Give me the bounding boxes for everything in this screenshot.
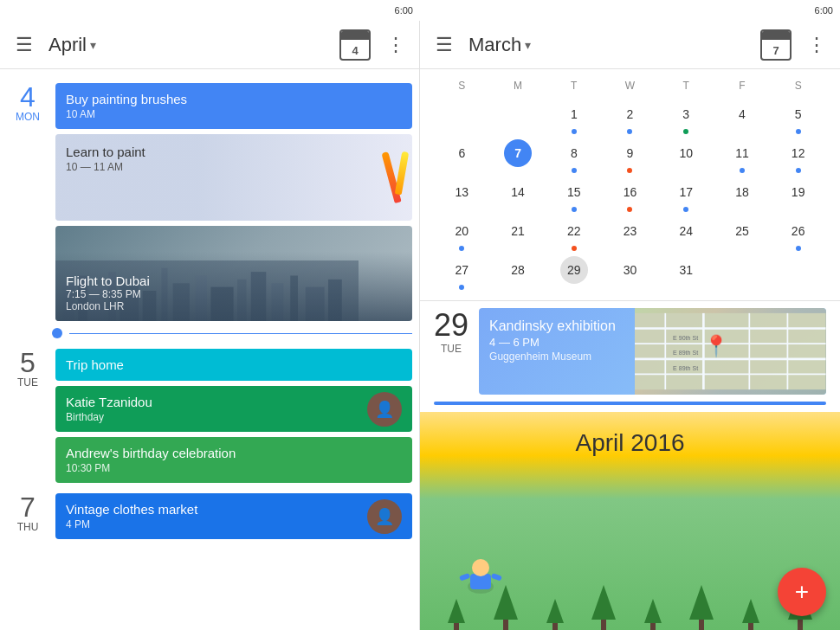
tree-top-5 — [644, 599, 662, 623]
cal-cell-6[interactable]: 6 — [434, 138, 490, 175]
tree-trunk-4 — [601, 620, 606, 630]
tree-trunk-5 — [650, 623, 656, 630]
cal-cell-11[interactable]: 11 — [714, 138, 771, 175]
fab-button-right[interactable]: + — [778, 568, 826, 616]
left-title-area[interactable]: April ▾ — [48, 34, 333, 56]
april-illustration: April 2016 — [420, 412, 840, 630]
event-title: Learn to paint — [66, 145, 145, 159]
event-location: Guggenheim Museum — [489, 350, 616, 363]
avatar-katie: 👤 — [367, 392, 402, 427]
cal-cell-12[interactable]: 12 — [770, 138, 826, 175]
cal-cell-24[interactable]: 24 — [658, 215, 714, 253]
cal-header-S2: S — [770, 76, 826, 95]
status-time-left: 6:00 — [395, 5, 413, 16]
event-title: Buy painting brushes — [66, 92, 402, 106]
cal-cell-31[interactable]: 31 — [658, 254, 714, 292]
cal-cell-4[interactable]: 4 — [714, 99, 771, 136]
cal-header-W: W — [602, 76, 658, 95]
cal-cell-18[interactable]: 18 — [714, 177, 771, 214]
event-buy-painting-brushes[interactable]: Buy painting brushes 10 AM — [55, 83, 412, 129]
month-arrow-right: ▾ — [525, 38, 531, 52]
cal-cell-23[interactable]: 23 — [602, 215, 658, 253]
cal-cell-19[interactable]: 19 — [770, 177, 826, 214]
cal-cell-3[interactable]: 3 — [658, 99, 714, 136]
cal-cell-26[interactable]: 26 — [770, 215, 826, 253]
right-title-area[interactable]: March ▾ — [468, 34, 753, 56]
cal-cell-28[interactable]: 28 — [490, 254, 546, 292]
cal-cell-9[interactable]: 9 — [602, 138, 658, 175]
cal-cell-8[interactable]: 8 — [546, 138, 602, 175]
tree-trunk-6 — [699, 620, 704, 630]
cal-cell-22[interactable]: 22 — [546, 215, 602, 253]
month-title-right: March — [468, 34, 521, 56]
cal-cell-10[interactable]: 10 — [658, 138, 714, 175]
day-num-5: 5 — [7, 349, 48, 376]
event-kandinsky[interactable]: E 90th St E 89th St E 89th St Kandinsky … — [479, 308, 826, 395]
calendar-today-button-right[interactable]: 7 — [760, 29, 792, 61]
april-title: April 2016 — [575, 429, 684, 457]
cal-cell-30[interactable]: 30 — [602, 254, 658, 292]
cal-cell-1[interactable]: 1 — [546, 99, 602, 136]
day-label-7: 7 Thu — [7, 493, 48, 539]
month-arrow-left: ▾ — [90, 38, 96, 52]
cal-cell-13[interactable]: 13 — [434, 177, 490, 214]
cal-cell-2[interactable]: 2 — [602, 99, 658, 136]
cal-cell-16[interactable]: 16 — [602, 177, 658, 214]
event-sub: London LHR — [66, 300, 150, 312]
event-trip-home[interactable]: Trip home — [55, 349, 412, 381]
day-num-7: 7 — [7, 493, 48, 521]
event-andrew-birthday[interactable]: Andrew's birthday celebration 10:30 PM — [55, 437, 412, 483]
events-scroll-left[interactable]: 4 Mon Buy painting brushes 10 AM Learn t… — [0, 69, 419, 630]
svg-text:E 89th St: E 89th St — [674, 365, 699, 371]
dot-2 — [627, 129, 632, 134]
cal-cell-empty2 — [490, 99, 546, 136]
dot-22 — [572, 246, 577, 251]
dot-20 — [459, 246, 464, 251]
event-title: Katie Tzanidou — [66, 395, 402, 409]
cal-cell-15[interactable]: 15 — [546, 177, 602, 214]
cal-cell-21[interactable]: 21 — [490, 215, 546, 253]
event-title: Flight to Dubai — [66, 273, 150, 288]
event-detail-content: Kandinsky exhibition 4 — 6 PM Guggenheim… — [489, 318, 616, 363]
more-button-right[interactable]: ⋮ — [798, 28, 833, 62]
menu-button-right[interactable]: ☰ — [427, 28, 462, 62]
menu-button-left[interactable]: ☰ — [7, 28, 42, 62]
event-vintage-market[interactable]: Vintage clothes market 4 PM 👤 — [55, 493, 412, 539]
cal-cell-17[interactable]: 17 — [658, 177, 714, 214]
more-button-left[interactable]: ⋮ — [378, 28, 412, 62]
event-title: Andrew's birthday celebration — [66, 446, 402, 460]
more-icon-left: ⋮ — [386, 34, 404, 56]
day-events-5: Trip home Katie Tzanidou Birthday 👤 Andr… — [55, 349, 412, 483]
svg-point-31 — [472, 559, 489, 576]
cal-row-4: 20 21 22 23 24 25 26 — [434, 215, 826, 253]
cal-cell-20[interactable]: 20 — [434, 215, 490, 253]
cal-row-2: 6 7 8 9 10 11 12 — [434, 138, 826, 175]
cal-cell-7[interactable]: 7 — [490, 138, 546, 175]
cal-row-1: 1 2 3 4 5 — [434, 99, 826, 136]
paint-content: Learn to paint 10 — 11 AM — [66, 145, 145, 173]
svg-rect-33 — [491, 573, 502, 582]
cal-cell-25[interactable]: 25 — [714, 215, 771, 253]
event-katie[interactable]: Katie Tzanidou Birthday 👤 — [55, 386, 412, 432]
status-bar-left: 6:00 — [0, 0, 420, 21]
tree-top-7 — [742, 599, 759, 623]
day-events-7: Vintage clothes market 4 PM 👤 — [55, 493, 412, 539]
event-learn-to-paint[interactable]: Learn to paint 10 — 11 AM — [55, 134, 412, 221]
dot-26 — [796, 246, 801, 251]
tree-trunk-3 — [552, 623, 558, 630]
cal-header-F: F — [714, 76, 771, 95]
day-name-5: Tue — [7, 376, 48, 389]
cal-cell-5[interactable]: 5 — [770, 99, 826, 136]
cal-cell-29[interactable]: 29 — [546, 254, 602, 292]
flight-content: Flight to Dubai 7:15 — 8:35 PM London LH… — [66, 273, 150, 312]
cal-cell-27[interactable]: 27 — [434, 254, 490, 292]
tree-7 — [742, 599, 759, 630]
cal-cell-empty4 — [770, 254, 826, 292]
day-section-5: 5 Tue Trip home Katie Tzanidou Birthday … — [0, 342, 419, 486]
event-flight-dubai[interactable]: Flight to Dubai 7:15 — 8:35 PM London LH… — [55, 226, 412, 321]
selected-day-name: Tue — [434, 343, 468, 355]
cal-cell-empty1 — [434, 99, 490, 136]
calendar-today-button-left[interactable]: 4 — [339, 29, 371, 61]
calendar-grid: S M T W T F S 1 2 3 4 5 6 7 8 9 10 11 12 — [420, 69, 840, 301]
cal-cell-14[interactable]: 14 — [490, 177, 546, 214]
